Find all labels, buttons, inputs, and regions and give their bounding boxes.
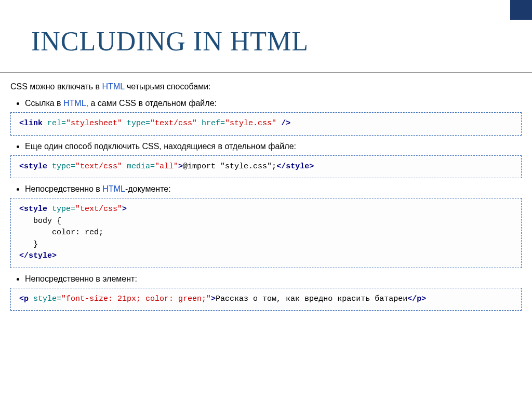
code-block: <style type="text/css"> body { color: re…: [10, 198, 522, 268]
list-item: Ссылка в HTML, а сами CSS в отдельном фа…: [25, 99, 522, 136]
code-block: <link rel="stylesheet" type="text/css" h…: [10, 112, 522, 136]
list-item: Еще один способ подключить CSS, находящи…: [25, 142, 522, 179]
intro-text: CSS можно включать в HTML четырьмя спосо…: [10, 82, 522, 91]
intro-post: четырьмя способами:: [125, 82, 211, 91]
slide: INCLUDING IN HTML CSS можно включать в H…: [0, 0, 532, 399]
code-block: <style type="text/css" media="all">@impo…: [10, 155, 522, 179]
intro-pre: CSS можно включать в: [10, 82, 102, 91]
code-block: <p style="font-size: 21px; color: green;…: [10, 288, 522, 311]
item-label: Еще один способ подключить CSS, находящи…: [25, 142, 296, 151]
content-body: CSS можно включать в HTML четырьмя спосо…: [0, 82, 532, 311]
divider: [0, 72, 532, 73]
slide-title: INCLUDING IN HTML: [0, 0, 532, 57]
item-label: Непосредственно в HTML-документе:: [25, 184, 171, 193]
item-label: Ссылка в HTML, а сами CSS в отдельном фа…: [25, 99, 217, 108]
accent-bar: [510, 0, 532, 20]
methods-list: Ссылка в HTML, а сами CSS в отдельном фа…: [10, 99, 522, 311]
list-item: Непосредственно в элемент: <p style="fon…: [25, 274, 522, 311]
list-item: Непосредственно в HTML-документе: <style…: [25, 184, 522, 268]
intro-link: HTML: [102, 82, 125, 91]
item-label: Непосредственно в элемент:: [25, 274, 137, 283]
